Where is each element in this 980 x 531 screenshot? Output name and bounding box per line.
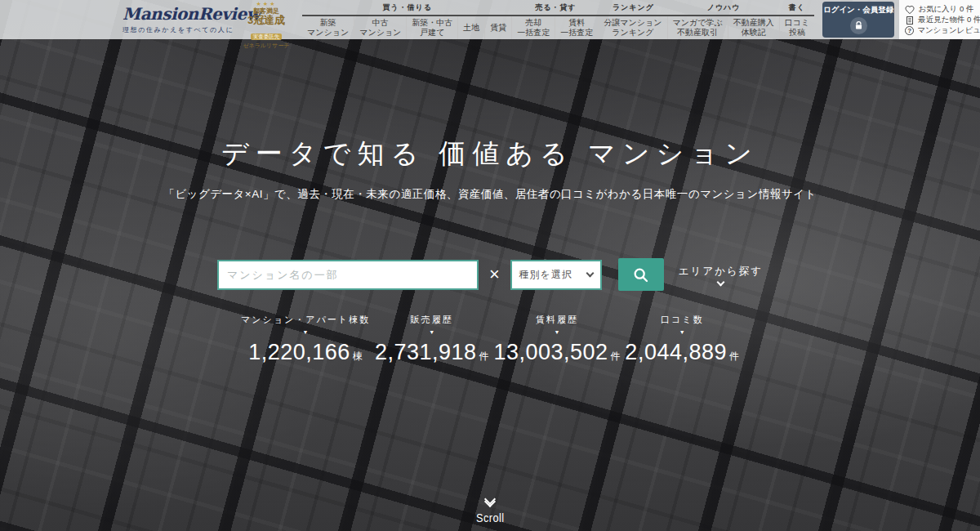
nav-group-label: 買う・借りる [302, 0, 512, 16]
stat-review-count: 口コミ数 ▼ 2,044,889 件 [625, 314, 739, 365]
caret-down-icon: ▼ [429, 329, 434, 335]
caret-down-icon: ▼ [679, 329, 685, 335]
lock-icon [850, 17, 867, 34]
stat-label: 賃料履歴 [536, 314, 578, 326]
scroll-indicator[interactable]: Scroll [0, 495, 980, 524]
nav-item-line: 不動産取引 [673, 28, 723, 38]
logo-tagline: 理想の住みかえをすべての人に [122, 25, 238, 34]
nav-item-line: マンション [307, 28, 349, 38]
nav-item-line: 口コミ [785, 18, 809, 29]
nav-item-post-review[interactable]: 口コミ 投稿 [780, 16, 814, 39]
nav-item-manga-guide[interactable]: マンガで学ぶ 不動産取引 [668, 16, 728, 39]
caret-down-icon: ▼ [554, 329, 559, 335]
favorites-link[interactable]: お気に入り 0 件 [905, 4, 980, 15]
nav-item-line: 戸建て [412, 28, 452, 38]
nav-item-line: 新築 [307, 18, 349, 29]
nav-item-line: 賃料 [560, 18, 593, 29]
nav-group-label: 書く [780, 0, 814, 16]
nav-item-sale-appraisal[interactable]: 売却 一括査定 [512, 16, 555, 39]
question-icon: ? [905, 26, 914, 35]
nav-item-used-mansion[interactable]: 中古 マンション [354, 16, 407, 39]
stat-label: マンション・アパート棟数 [241, 314, 370, 326]
stat-rent-history: 賃料履歴 ▼ 13,003,502 件 [493, 314, 620, 365]
nav-item-rental[interactable]: 賃貸 [485, 16, 512, 39]
stat-building-count: マンション・アパート棟数 ▼ 1,220,166 棟 [241, 314, 370, 365]
caret-down-icon: ▼ [303, 329, 309, 335]
nav-item-line: 土地 [463, 23, 479, 33]
stat-value: 1,220,166 [248, 340, 350, 365]
badge-line4: ゼネラルリサーチ [238, 42, 294, 49]
stat-value: 2,731,918 [375, 340, 477, 365]
hero-title: データで知る 価値ある マンション [0, 136, 980, 172]
badge-line3: 実査委託先 [251, 33, 283, 39]
nav-item-line: マンガで学ぶ [673, 18, 723, 29]
login-button-label: ログイン・会員登録 [823, 5, 893, 16]
nav-item-line: マンション [359, 28, 401, 38]
favorites-label: お気に入り 0 件 [918, 4, 973, 15]
property-type-select[interactable]: 種別を選択 [510, 260, 602, 290]
stat-sales-history: 販売履歴 ▼ 2,731,918 件 [375, 314, 489, 365]
nav-item-purchase-stories[interactable]: 不動産購入 体験記 [728, 16, 780, 39]
award-badge: ★★★ 顧客満足 3冠達成 実査委託先 ゼネラルリサーチ [238, 1, 294, 40]
stat-label: 販売履歴 [411, 314, 453, 326]
nav-item-line: 新築・中古 [412, 18, 452, 29]
hero-subtitle: 「ビッグデータ×AI」で、過去・現在・未来の適正価格、資産価値、居住者の口コミが… [0, 187, 980, 202]
search-button[interactable] [618, 258, 664, 291]
recently-viewed-label: 最近見た物件 0 件 [918, 15, 980, 25]
search-by-area-link[interactable]: エリアから探す [679, 265, 763, 285]
stat-label: 口コミ数 [661, 314, 704, 326]
stat-unit: 件 [611, 350, 621, 364]
chevron-down-icon [716, 278, 724, 286]
badge-stars-icon: ★★★ [238, 1, 294, 7]
nav-item-new-mansion[interactable]: 新築 マンション [302, 16, 354, 39]
nav-group-buy-rent: 買う・借りる 新築 マンション 中古 マンション 新築・中古 戸建て 土地 [302, 0, 512, 39]
building-icon [905, 16, 915, 25]
multiply-separator: × [489, 264, 500, 285]
logo-text: MansionReview [122, 6, 238, 22]
nav-item-line: 一括査定 [517, 28, 550, 38]
nav-group-label: 売る・貸す [512, 0, 599, 16]
site-logo[interactable]: MansionReview 理想の住みかえをすべての人に [122, 0, 238, 39]
badge-line2: 3冠達成 [238, 15, 294, 27]
nav-item-line: 体験記 [733, 28, 774, 38]
nav-item-rent-appraisal[interactable]: 賃料 一括査定 [555, 16, 599, 39]
nav-item-houses[interactable]: 新築・中古 戸建て [407, 16, 458, 39]
stat-unit: 棟 [353, 350, 363, 364]
recently-viewed-link[interactable]: 最近見た物件 0 件 [905, 15, 980, 25]
area-link-label: エリアから探す [679, 265, 763, 279]
about-link[interactable]: ? マンションレビューとは [905, 25, 980, 36]
nav-item-land[interactable]: 土地 [458, 16, 485, 39]
nav-item-line: 分譲マンション [604, 18, 662, 29]
scroll-label: Scroll [476, 511, 504, 524]
about-label: マンションレビューとは [917, 25, 980, 36]
stat-unit: 件 [729, 350, 739, 364]
nav-group-write: 書く 口コミ 投稿 [780, 0, 814, 39]
chevron-down-icon [586, 269, 594, 277]
search-bar: × 種別を選択 エリアから探す [0, 258, 980, 291]
nav-item-line: 不動産購入 [733, 18, 774, 29]
utility-menu: お気に入り 0 件 最近見た物件 0 件 ? マンションレビューとは [899, 0, 980, 39]
property-type-value: 種別を選択 [519, 268, 572, 282]
site-header: MansionReview 理想の住みかえをすべての人に ★★★ 顧客満足 3冠… [0, 0, 980, 39]
main-nav: 買う・借りる 新築 マンション 中古 マンション 新築・中古 戸建て 土地 [302, 0, 814, 39]
nav-group-ranking: ランキング 分譲マンション ランキング [599, 0, 667, 39]
nav-group-label: ランキング [599, 0, 667, 16]
nav-group-knowhow: ノウハウ マンガで学ぶ 不動産取引 不動産購入 体験記 [668, 0, 780, 39]
stat-value: 2,044,889 [625, 340, 727, 365]
stat-unit: 件 [479, 350, 489, 364]
nav-item-line: 賃貸 [490, 23, 506, 33]
nav-item-mansion-ranking[interactable]: 分譲マンション ランキング [599, 16, 667, 39]
nav-item-line: 一括査定 [560, 28, 593, 38]
mansion-name-input[interactable] [217, 260, 479, 290]
nav-item-line: 中古 [359, 18, 401, 29]
search-icon [632, 266, 649, 283]
nav-item-line: 売却 [517, 18, 550, 29]
nav-group-label: ノウハウ [668, 0, 780, 16]
double-chevron-down-icon [486, 495, 494, 506]
login-register-button[interactable]: ログイン・会員登録 [822, 2, 894, 38]
site-stats: マンション・アパート棟数 ▼ 1,220,166 棟 販売履歴 ▼ 2,731,… [241, 314, 739, 365]
stat-value: 13,003,502 [493, 340, 608, 365]
nav-group-sell-lease: 売る・貸す 売却 一括査定 賃料 一括査定 [512, 0, 599, 39]
heart-icon [905, 5, 915, 15]
nav-item-line: ランキング [604, 28, 662, 38]
